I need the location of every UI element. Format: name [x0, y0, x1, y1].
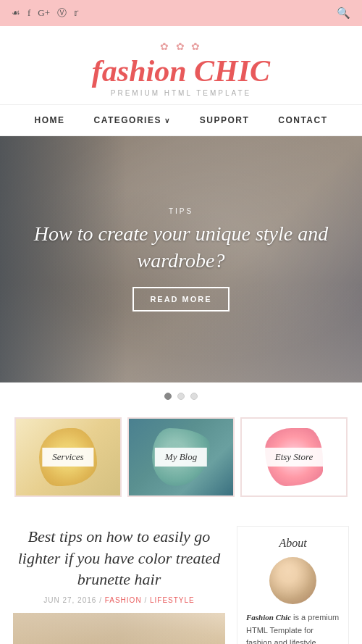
blog-main: Best tips on how to easily go lighter if… — [13, 526, 225, 644]
featured-etsy[interactable]: Etsy Store — [240, 417, 348, 497]
services-label: Services — [42, 448, 93, 467]
featured-services[interactable]: Services — [14, 417, 122, 497]
featured-blog[interactable]: My Blog — [127, 417, 235, 497]
blog-meta: JUN 27, 2016 / FASHION / LIFESTYLE — [13, 596, 225, 604]
blog-date: JUN 27, 2016 — [43, 596, 96, 604]
twitter-icon[interactable]: 𝕣 — [74, 7, 78, 19]
blog-category2[interactable]: LIFESTYLE — [150, 596, 195, 604]
about-avatar — [269, 557, 316, 604]
blog-label: My Blog — [155, 448, 207, 467]
social-icons: ☙ f G+ Ⓥ 𝕣 — [12, 7, 78, 20]
nav-contact[interactable]: CONTACT — [278, 115, 327, 125]
blog-post-img-detail — [13, 613, 225, 644]
avatar-detail — [269, 557, 316, 604]
blog-category[interactable]: FASHION — [105, 596, 142, 604]
hero-tag: TIPS — [0, 207, 362, 215]
slider-dot-3[interactable] — [190, 393, 198, 400]
featured-grid: Services My Blog Etsy Store — [0, 410, 362, 511]
pinterest-icon[interactable]: Ⓥ — [57, 7, 67, 20]
logo-title: fashion CHIC — [7, 56, 355, 86]
hero-title: How to create your unique style and ward… — [0, 221, 362, 274]
slider-dot-1[interactable] — [164, 393, 172, 400]
about-title: About — [246, 537, 340, 550]
slider-dot-2[interactable] — [177, 393, 185, 400]
gplus-icon[interactable]: G+ — [38, 7, 50, 19]
etsy-label: Etsy Store — [265, 448, 324, 467]
instagram-icon[interactable]: ☙ — [12, 7, 20, 19]
logo-subtitle: PREMIUM HTML TEMPLATE — [7, 89, 355, 97]
hero-banner: TIPS How to create your unique style and… — [0, 136, 362, 382]
slider-dots — [0, 382, 362, 410]
hero-read-more-button[interactable]: READ MORE — [132, 287, 229, 311]
blog-sidebar: About Fashion Chic is a premium HTML Tem… — [237, 526, 349, 644]
nav-support[interactable]: SUPPORT — [200, 115, 250, 125]
main-nav: HOME CATEGORIES SUPPORT CONTACT — [0, 104, 362, 136]
facebook-icon[interactable]: f — [28, 7, 30, 19]
logo-decoration: ✿ ✿ ✿ — [7, 41, 355, 53]
about-text: Fashion Chic is a premium HTML Template … — [246, 611, 340, 644]
nav-home[interactable]: HOME — [34, 115, 64, 125]
logo-area: ✿ ✿ ✿ fashion CHIC PREMIUM HTML TEMPLATE — [0, 26, 362, 104]
blog-post-image — [13, 613, 225, 644]
about-brand: Fashion Chic — [246, 613, 291, 622]
top-bar: ☙ f G+ Ⓥ 𝕣 🔍 — [0, 0, 362, 26]
logo-plain: fashion — [92, 54, 194, 88]
blog-slash2: / — [144, 596, 150, 604]
blog-post-title: Best tips on how to easily go lighter if… — [13, 526, 225, 590]
blog-slash1: / — [99, 596, 105, 604]
hero-content: TIPS How to create your unique style and… — [0, 207, 362, 311]
nav-categories[interactable]: CATEGORIES — [93, 115, 170, 125]
logo-accent: CHIC — [194, 54, 270, 88]
about-box: About Fashion Chic is a premium HTML Tem… — [237, 526, 349, 644]
blog-section: Best tips on how to easily go lighter if… — [0, 511, 362, 644]
search-icon[interactable]: 🔍 — [337, 7, 350, 20]
